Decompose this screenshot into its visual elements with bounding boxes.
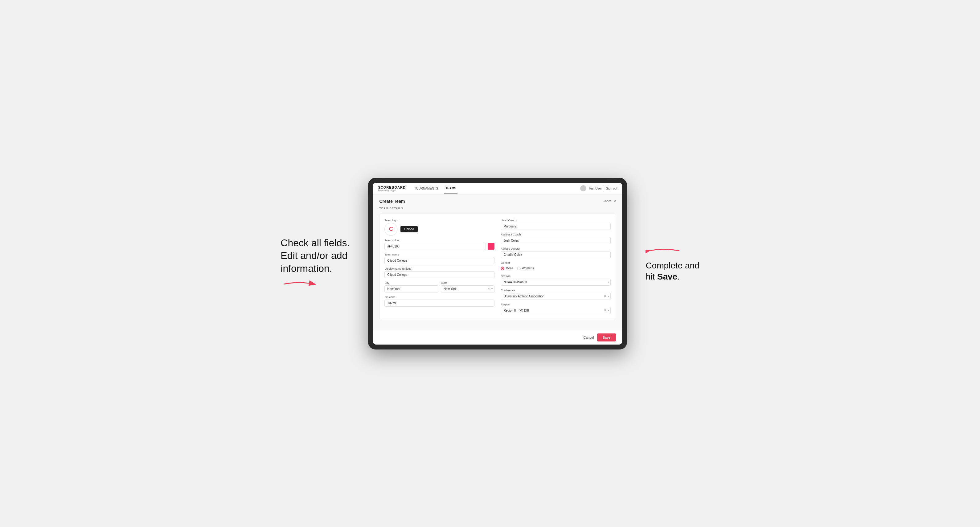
assistant-coach-input[interactable] xyxy=(501,237,611,244)
form-col-right: Head Coach Assistant Coach Athletic Dire… xyxy=(501,219,611,314)
team-logo-circle: C xyxy=(384,223,397,236)
team-colour-input[interactable] xyxy=(384,243,486,250)
conference-chevron-icon: ▾ xyxy=(608,295,609,298)
division-select-wrapper: NCAA Division III ▾ xyxy=(501,279,611,286)
state-select-wrapper: New York ✕ ▾ xyxy=(441,286,495,292)
display-name-label: Display name (unique) xyxy=(384,267,495,270)
city-state-row: City State New York xyxy=(384,281,495,292)
team-colour-label: Team colour xyxy=(384,239,495,242)
form-footer: Cancel Save xyxy=(373,330,622,344)
nav-links: TOURNAMENTS TEAMS xyxy=(413,183,580,194)
state-group: State New York ✕ ▾ xyxy=(441,281,495,292)
division-chevron-icon: ▾ xyxy=(608,281,609,284)
gender-mens-option[interactable]: Mens xyxy=(501,267,513,270)
gender-womens-radio[interactable] xyxy=(517,267,521,270)
section-label: TEAM DETAILS xyxy=(379,207,616,210)
region-select-wrapper: Region II - (M) DIII ✕ ▾ xyxy=(501,307,611,314)
city-label: City xyxy=(384,281,438,284)
city-input[interactable] xyxy=(384,286,438,292)
zip-group: Zip code xyxy=(384,295,495,306)
state-chevron-icon: ▾ xyxy=(492,287,493,290)
color-field-wrapper xyxy=(384,243,495,250)
display-name-group: Display name (unique) xyxy=(384,267,495,278)
head-coach-label: Head Coach xyxy=(501,219,611,222)
division-group: Division NCAA Division III ▾ xyxy=(501,275,611,286)
nav-right: Test User | Sign out xyxy=(580,185,617,191)
city-group: City xyxy=(384,281,438,292)
page-header: Create Team Cancel ✕ xyxy=(379,199,616,204)
tablet-screen: SCOREBOARD Powered by clippd TOURNAMENTS… xyxy=(373,183,622,344)
nav-bar: SCOREBOARD Powered by clippd TOURNAMENTS… xyxy=(373,183,622,194)
form-col-left: Team logo C Upload Team colour xyxy=(384,219,495,314)
state-select[interactable]: New York xyxy=(441,286,495,292)
conference-select[interactable]: University Athletic Association xyxy=(501,293,611,300)
conference-label: Conference xyxy=(501,289,611,292)
team-name-input[interactable] xyxy=(384,257,495,264)
cancel-top-button[interactable]: Cancel ✕ xyxy=(603,199,616,203)
head-coach-group: Head Coach xyxy=(501,219,611,230)
state-label: State xyxy=(441,281,495,284)
brand-sub: Powered by clippd xyxy=(378,189,406,191)
arrow-right-icon xyxy=(646,245,682,257)
gender-womens-option[interactable]: Womens xyxy=(517,267,534,270)
team-logo-group: Team logo C Upload xyxy=(384,219,495,236)
annotation-left: Check all fields. Edit and/or add inform… xyxy=(280,237,350,290)
conference-group: Conference University Athletic Associati… xyxy=(501,289,611,300)
zip-label: Zip code xyxy=(384,295,495,298)
conference-clear-icon[interactable]: ✕ xyxy=(604,295,606,298)
head-coach-input[interactable] xyxy=(501,223,611,230)
logo-area: C Upload xyxy=(384,223,495,236)
content-area: Create Team Cancel ✕ TEAM DETAILS Team l… xyxy=(373,194,622,330)
region-chevron-icon: ▾ xyxy=(608,309,609,312)
gender-label: Gender xyxy=(501,261,611,264)
team-colour-group: Team colour xyxy=(384,239,495,250)
region-group: Region Region II - (M) DIII ✕ ▾ xyxy=(501,303,611,314)
region-select[interactable]: Region II - (M) DIII xyxy=(501,307,611,314)
state-clear-icon[interactable]: ✕ xyxy=(488,287,490,290)
gender-radio-group: Mens Womens xyxy=(501,265,611,271)
gender-mens-radio[interactable] xyxy=(501,267,504,270)
conference-select-wrapper: University Athletic Association ✕ ▾ xyxy=(501,293,611,300)
city-state-group: City State New York xyxy=(384,281,495,292)
upload-button[interactable]: Upload xyxy=(401,226,418,232)
arrow-left-icon xyxy=(280,278,318,290)
user-avatar xyxy=(580,185,586,191)
region-label: Region xyxy=(501,303,611,306)
form-grid: Team logo C Upload Team colour xyxy=(379,214,616,319)
team-logo-label: Team logo xyxy=(384,219,495,222)
footer-cancel-button[interactable]: Cancel xyxy=(583,336,594,339)
annotation-right: Complete and hit Save. xyxy=(646,245,699,283)
zip-input[interactable] xyxy=(384,300,495,306)
athletic-director-input[interactable] xyxy=(501,251,611,258)
display-name-input[interactable] xyxy=(384,271,495,278)
team-name-group: Team name xyxy=(384,253,495,264)
sign-out-link[interactable]: Sign out xyxy=(606,187,617,190)
nav-teams[interactable]: TEAMS xyxy=(444,183,458,194)
athletic-director-label: Athletic Director xyxy=(501,247,611,250)
region-clear-icon[interactable]: ✕ xyxy=(604,309,606,312)
athletic-director-group: Athletic Director xyxy=(501,247,611,258)
assistant-coach-label: Assistant Coach xyxy=(501,233,611,236)
nav-tournaments[interactable]: TOURNAMENTS xyxy=(413,183,439,194)
brand-title: SCOREBOARD xyxy=(378,186,406,189)
division-select[interactable]: NCAA Division III xyxy=(501,279,611,286)
page-title: Create Team xyxy=(379,199,405,204)
team-name-label: Team name xyxy=(384,253,495,256)
division-label: Division xyxy=(501,275,611,278)
save-button[interactable]: Save xyxy=(597,333,616,341)
brand: SCOREBOARD Powered by clippd xyxy=(378,186,406,191)
user-label: Test User | xyxy=(589,187,604,190)
tablet-frame: SCOREBOARD Powered by clippd TOURNAMENTS… xyxy=(368,178,627,349)
assistant-coach-group: Assistant Coach xyxy=(501,233,611,244)
color-swatch[interactable] xyxy=(488,243,495,250)
gender-group: Gender Mens Womens xyxy=(501,261,611,271)
